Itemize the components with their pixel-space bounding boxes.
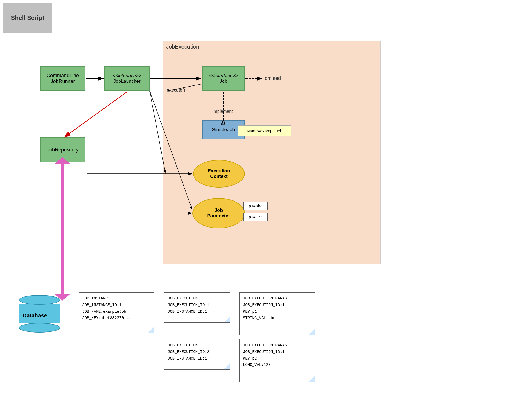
doc2-line2: JOB_EXECUTION_ID:1 [168,302,227,309]
doc3-line1: JOB_EXECUTION_PARAS [243,295,312,302]
name-example-label: Name=exampleJob [247,129,283,133]
doc3-line2: JOB_EXECUTION_ID:1 [243,302,312,309]
database-label: Database [23,312,47,319]
job-execution-container: JobExecution [163,41,381,264]
doc5-line4: LONG_VAL:123 [243,362,312,368]
doc1-line2: JOB_INSTANCE_ID:1 [82,302,151,309]
omitted-label: omitted [265,76,281,81]
commandline-jobrunner-label: CommandLineJobRunner [47,73,79,84]
simple-job-label: SimpleJob [212,127,235,133]
execution-context-ellipse: ExecutionContext [193,160,245,188]
shell-script-box: Shell Script [3,3,52,33]
doc-job-execution-paras-2: JOB_EXECUTION_PARAS JOB_EXECUTION_ID:1 K… [239,339,315,382]
doc4-line2: JOB_EXECUTION_ID:2 [168,349,227,355]
joblauncher-label: <<interface>>JobLauncher [112,73,141,84]
job-execution-label: JobExecution [166,44,199,50]
doc2-line3: JOB_INSTANCE_ID:1 [168,309,227,315]
p2-param-box: p2=123 [243,213,268,221]
execute-label: execute() [167,88,185,93]
svg-line-10 [64,92,127,137]
job-parameter-ellipse: JobParameter [192,198,245,228]
implement-label: Implement [212,109,233,114]
doc-job-instance: JOB_INSTANCE JOB_INSTANCE_ID:1 JOB_NAME:… [79,292,154,333]
p2-label: p2=123 [249,215,262,220]
commandline-jobrunner-box: CommandLineJobRunner [40,66,85,91]
doc-job-execution-1: JOB_EXECUTION JOB_EXECUTION_ID:1 JOB_INS… [164,292,230,323]
doc4-line3: JOB_INSTANCE_ID:1 [168,355,227,362]
doc3-line3: KEY:p1 [243,309,312,315]
job-interface-label: <<interface>>Job [209,73,238,84]
joblauncher-box: <<interface>>JobLauncher [104,66,150,91]
doc1-line4: JOB_KEY:cbef882370... [82,315,151,322]
doc2-line1: JOB_EXECUTION [168,295,227,302]
doc-job-execution-2: JOB_EXECUTION JOB_EXECUTION_ID:2 JOB_INS… [164,339,230,370]
doc5-line2: JOB_EXECUTION_ID:1 [243,349,312,355]
jobrepository-box: JobRepository [40,137,85,162]
doc4-line1: JOB_EXECUTION [168,342,227,349]
doc1-line3: JOB_NAME:exampleJob [82,309,151,315]
p1-label: p1=abc [249,204,262,208]
execution-context-label: ExecutionContext [208,168,230,179]
jobrepository-label: JobRepository [47,147,79,153]
job-interface-box: <<interface>>Job [202,66,245,91]
name-example-box: Name=exampleJob [238,125,291,136]
doc5-line3: KEY:p2 [243,355,312,362]
doc-job-execution-paras-1: JOB_EXECUTION_PARAS JOB_EXECUTION_ID:1 K… [239,292,315,335]
shell-script-label: Shell Script [11,14,44,22]
p1-param-box: p1=abc [243,202,268,210]
doc5-line1: JOB_EXECUTION_PARAS [243,342,312,349]
doc3-line4: STRING_VAL:abc [243,315,312,322]
doc1-line1: JOB_INSTANCE [82,295,151,302]
job-parameter-label: JobParameter [207,208,230,219]
